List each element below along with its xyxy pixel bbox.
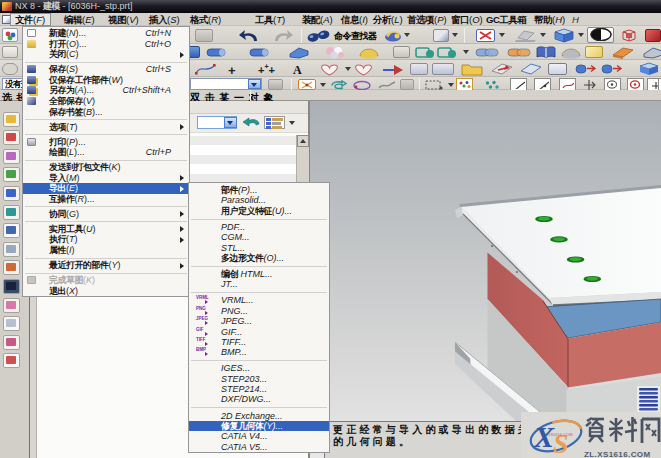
svg-text:ZL.XS1616.COM: ZL.XS1616.COM [542, 432, 572, 437]
svg-text:ZL.XS1616.COM: ZL.XS1616.COM [584, 450, 651, 458]
